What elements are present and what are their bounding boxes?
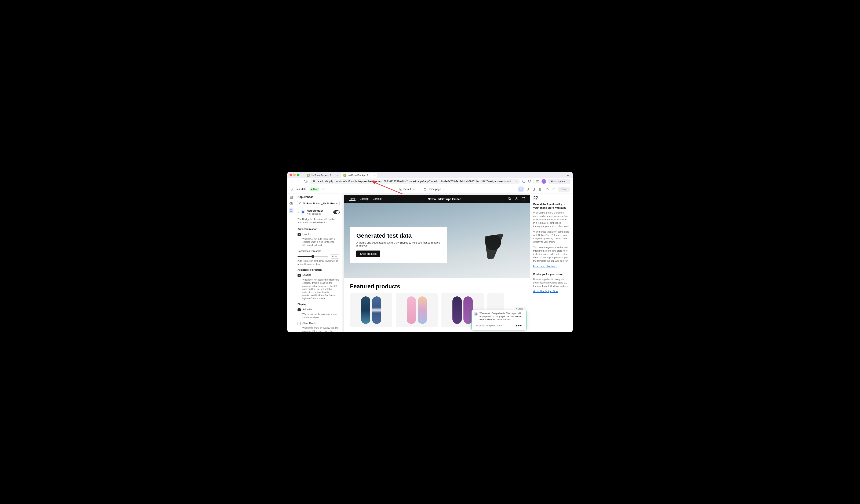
mobile-view[interactable] [537, 187, 543, 192]
puzzle-icon[interactable] [528, 179, 531, 183]
chat-close[interactable]: × Close [514, 307, 525, 310]
app-description: The Navigation Assistant will handle aut… [295, 217, 342, 226]
chat-widget: × Close Welcome to Design Mode. This pop… [472, 310, 527, 330]
store-name: test-data [297, 188, 306, 191]
help-text: Whether or not assisted redirection is e… [295, 278, 342, 302]
viewport-switcher [518, 187, 543, 192]
settings-icon[interactable] [289, 202, 293, 205]
site-brand: NotFoundBot App Embed [428, 197, 461, 201]
checkbox-unchecked[interactable] [298, 322, 301, 325]
editor-toolbar: test-data Live ••• Default ⌄ Home page ⌄… [287, 185, 573, 193]
tab-close-icon[interactable]: × [374, 174, 375, 177]
help-text: Whether or not auto-redirection is enabl… [295, 237, 342, 248]
product-card[interactable] [350, 293, 392, 327]
svg-rect-5 [400, 188, 402, 190]
nav-home[interactable]: Home [349, 197, 356, 201]
browser-actions: Finish update ⋮ [522, 179, 571, 184]
slider-value[interactable]: 90% [330, 254, 339, 258]
cart-icon[interactable] [521, 197, 525, 201]
left-rail [287, 193, 295, 332]
exit-icon[interactable] [290, 188, 293, 191]
hero-desc: A theme and populated test store by Shop… [356, 241, 441, 247]
svg-rect-12 [290, 196, 292, 197]
minimize-window[interactable] [293, 174, 296, 176]
page-select[interactable]: Home page ⌄ [424, 188, 444, 191]
chat-send[interactable]: Send [513, 323, 524, 328]
new-tab-button[interactable]: + [378, 174, 384, 178]
url-bar: admin.shopify.com/store/notfoundbot-app-… [287, 178, 573, 185]
animation-checkbox-row[interactable]: Animation [295, 307, 342, 313]
star-icon[interactable]: ☆ [515, 180, 517, 183]
chat-input[interactable] [474, 323, 513, 328]
section-heading: Display [295, 302, 342, 307]
app-toggle[interactable] [333, 210, 340, 214]
chevron-down-icon[interactable]: ⌄ [297, 211, 299, 214]
full-view[interactable] [525, 187, 530, 192]
featured-heading: Featured products [350, 283, 524, 290]
forward-button[interactable] [297, 179, 301, 184]
sections-icon[interactable] [289, 195, 293, 199]
tablet-view[interactable] [531, 187, 536, 192]
learn-more-link[interactable]: Learn more about apps [533, 265, 557, 267]
svg-point-16 [290, 209, 291, 210]
live-badge: Live [310, 188, 319, 191]
enabled-checkbox-row[interactable]: Enabled [295, 232, 342, 237]
right-panel: Extend the functionality of your online … [530, 193, 573, 332]
maximize-window[interactable] [297, 174, 299, 176]
chevron-down-icon[interactable]: ⌄ [565, 173, 571, 177]
nav-contact[interactable]: Contact [373, 197, 381, 201]
more-icon[interactable]: ••• [322, 188, 326, 191]
svg-rect-21 [302, 211, 304, 213]
tabs: NotFoundBot App Embed · N… × NotFoundBot… [304, 172, 384, 178]
panel-heading: App embeds [295, 193, 342, 201]
right-heading: Find apps for your store [533, 273, 570, 276]
svg-point-17 [291, 209, 292, 210]
app-embed-item[interactable]: ⌄ NotFoundBotNotFoundBot [295, 208, 342, 217]
desktop-view[interactable] [518, 187, 524, 192]
checkbox-checked[interactable] [298, 308, 301, 311]
account-icon[interactable] [515, 197, 518, 201]
app-store-link[interactable]: Go to Shopify App Store [533, 290, 558, 293]
close-window[interactable] [289, 174, 292, 176]
template-select[interactable]: Default ⌄ [399, 188, 415, 191]
slider[interactable] [298, 256, 328, 257]
extension-icon[interactable] [522, 179, 526, 183]
site-settings-icon[interactable] [313, 180, 316, 183]
search-icon[interactable] [508, 197, 511, 201]
enabled-checkbox-row[interactable]: Enabled [295, 272, 342, 278]
svg-point-15 [291, 203, 291, 204]
checkbox-checked[interactable] [298, 233, 301, 236]
nav-catalog[interactable]: Catalog [360, 197, 369, 201]
checkbox-checked[interactable] [298, 274, 301, 277]
tab-active[interactable]: NotFoundBot App Embed · C… × [341, 173, 377, 178]
field-label: Confidence Threshold [295, 248, 342, 253]
reload-button[interactable] [303, 179, 308, 184]
left-panel: App embeds ⌄ NotFoundBotNotFoundBot The … [295, 193, 342, 332]
hero-cta[interactable]: Shop products [356, 251, 380, 257]
overlay-checkbox-row[interactable]: Show Overlay [295, 321, 342, 326]
right-text: You can manage apps embedded throughout … [533, 246, 570, 263]
right-text: With Online Store 2.0 themes, apps can b… [533, 211, 570, 228]
undo-icon[interactable] [546, 187, 549, 191]
svg-point-20 [299, 202, 301, 204]
svg-rect-7 [520, 188, 522, 190]
tab-close-icon[interactable]: × [337, 174, 339, 177]
browser-titlebar: NotFoundBot App Embed · N… × NotFoundBot… [287, 172, 573, 178]
tab-inactive[interactable]: NotFoundBot App Embed · N… × [304, 173, 341, 178]
hero-card: Generated test data A theme and populate… [350, 227, 447, 263]
app-embeds-icon[interactable] [289, 208, 293, 213]
finish-update-button[interactable]: Finish update ⋮ [548, 179, 571, 184]
url-text: admin.shopify.com/store/notfoundbot-app-… [317, 180, 511, 183]
search-input[interactable] [297, 201, 340, 206]
back-button[interactable] [289, 179, 295, 184]
help-text: Whether to show an overlay with the assi… [295, 326, 342, 332]
shopify-favicon [306, 174, 310, 177]
app-name: NotFoundBot [307, 209, 332, 212]
list-icon[interactable] [536, 179, 540, 183]
redo-icon[interactable] [552, 187, 555, 191]
profile-avatar[interactable] [542, 179, 546, 184]
svg-rect-27 [534, 197, 535, 198]
url-input[interactable]: admin.shopify.com/store/notfoundbot-app-… [311, 179, 520, 184]
product-card[interactable] [396, 293, 438, 327]
help-text: Auto redirection confidence level must b… [295, 260, 342, 267]
